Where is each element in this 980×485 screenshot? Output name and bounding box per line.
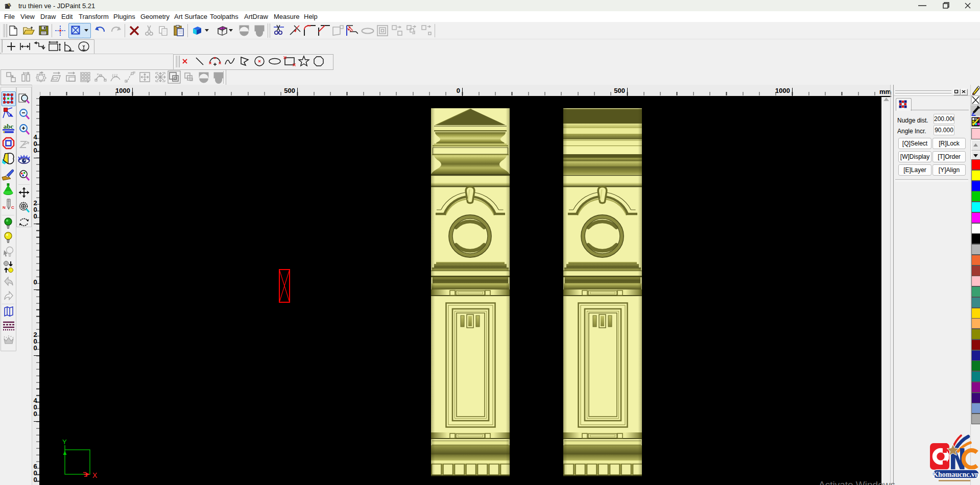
svg-text:X: X	[92, 471, 98, 479]
svg-text:C: C	[11, 205, 14, 210]
svg-text:Khomaucnc.vn: Khomaucnc.vn	[933, 471, 979, 478]
svg-text:N: N	[3, 205, 6, 210]
svg-text:Y: Y	[62, 438, 67, 446]
